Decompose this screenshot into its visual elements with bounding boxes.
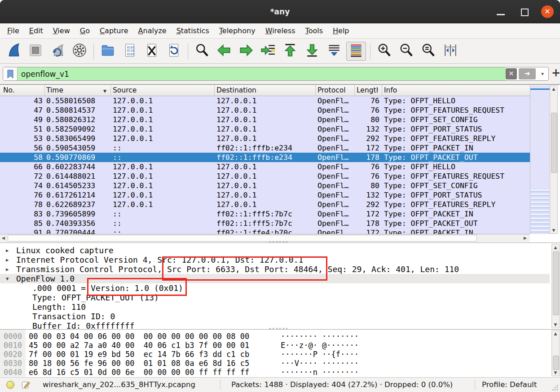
expand-arrow-icon[interactable]: ▸ [6,264,9,274]
column-separator[interactable] [214,85,215,96]
column-header-info[interactable]: Info [384,85,528,96]
hex-dump-pane[interactable]: 000000 00 03 04 00 06 00 00 00 00 00 00 … [0,329,560,377]
detail-row[interactable]: .000 0001 = Version: 1.0 (0x01) [0,283,550,293]
maximize-button[interactable] [521,9,529,16]
packet-list-vscrollbar[interactable]: ▲ ▼ [550,85,558,234]
menu-help[interactable]: Help [328,26,354,35]
normal-size-button[interactable] [419,42,438,61]
column-header-time[interactable]: Time [46,85,105,96]
scroll-right-arrow[interactable]: ▶ [524,236,527,240]
menu-view[interactable]: View [48,26,75,35]
menu-edit[interactable]: Edit [24,26,48,35]
edit-comment-icon[interactable] [22,380,31,389]
go-forward-button[interactable] [236,42,256,61]
scroll-up-arrow[interactable]: ▲ [552,331,559,336]
filter-dropdown-button[interactable]: ▾ [537,67,548,80]
packet-row[interactable]: 850.740393356::ff02::1:fff5:7b7cOpenFl…1… [0,219,530,228]
auto-scroll-button[interactable] [324,42,344,61]
menu-capture[interactable]: Capture [95,26,133,35]
go-last-packet-button[interactable] [302,42,322,61]
column-separator[interactable] [44,85,45,96]
display-filter-input[interactable]: openflow_v1 [18,67,506,80]
expand-arrow-icon[interactable]: ▸ [6,255,9,264]
packet-row[interactable]: 780.622689237127.0.0.1127.0.0.1OpenFl…29… [0,200,530,209]
filter-bookmark-button[interactable] [3,67,18,80]
expand-arrow-icon[interactable]: ▸ [6,246,9,255]
scroll-down-arrow[interactable]: ▼ [552,322,559,327]
capture-file-name[interactable]: wireshark_any_202...635_8HTTyx.pcapng [43,378,195,392]
zoom-out-button[interactable] [397,42,416,61]
packet-row[interactable]: 660.602283744127.0.0.1127.0.0.1OpenFl…76… [0,162,530,172]
column-separator[interactable] [354,85,355,96]
collapse-arrow-icon[interactable]: ▾ [6,274,9,283]
minimize-button[interactable] [497,14,505,15]
filter-add-button[interactable]: + [551,66,560,79]
menu-statistics[interactable]: Statistics [172,26,214,35]
restart-capture-button[interactable] [48,42,67,61]
detail-row[interactable]: Type: OFPT_PACKET_OUT (13) [0,293,550,302]
packet-row[interactable]: 430.558016508127.0.0.1127.0.0.1OpenFl…76… [0,96,530,106]
packet-row[interactable]: 830.739605899::ff02::1:fff5:7b7cOpenFl…1… [0,209,530,219]
resize-columns-button[interactable] [441,42,460,61]
menu-analyze[interactable]: Analyze [133,26,172,35]
detail-row[interactable]: ▸Linux cooked capture [0,246,550,255]
scroll-thumb[interactable] [553,356,559,370]
filter-apply-button[interactable]: ➜ [519,68,536,79]
menu-tools[interactable]: Tools [300,26,328,35]
start-capture-button[interactable] [4,42,23,61]
go-to-packet-button[interactable] [258,42,278,61]
column-header-length[interactable]: Length [357,85,378,96]
capture-options-button[interactable] [70,42,89,61]
colorize-button[interactable] [346,42,366,61]
filter-clear-button[interactable]: ✕ [506,68,517,79]
packet-row[interactable]: 910.770700444::ff02::1:ffe4:b70cOpenFl…1… [0,228,530,234]
packet-row[interactable]: 720.614488021127.0.0.1127.0.0.1OpenFl…76… [0,172,530,181]
menu-go[interactable]: Go [75,26,95,35]
packet-row[interactable]: 760.617261214127.0.0.1127.0.0.1OpenFl…13… [0,190,530,200]
column-separator[interactable] [315,85,316,96]
detail-row[interactable]: Length: 110 [0,302,550,312]
packet-list-hscrollbar[interactable]: ◀ ▶ [0,234,530,242]
close-file-button[interactable] [142,42,162,61]
reload-file-button[interactable] [164,42,184,61]
profile-label[interactable]: Profile: Default [482,378,537,392]
scroll-down-arrow[interactable]: ▼ [550,228,557,233]
go-first-packet-button[interactable] [280,42,300,61]
packet-row[interactable]: 470.580814537127.0.0.1127.0.0.1OpenFl…76… [0,106,530,115]
column-header-destination[interactable]: Destination [216,85,313,96]
scroll-thumb[interactable] [553,251,559,315]
go-back-button[interactable] [214,42,234,61]
zoom-in-button[interactable] [375,42,394,61]
menu-wireless[interactable]: Wireless [260,26,300,35]
scroll-down-arrow[interactable]: ▼ [552,370,559,375]
packet-list-minimap[interactable] [530,85,550,234]
menu-telephony[interactable]: Telephony [214,26,260,35]
close-button[interactable]: ✕ [541,5,554,18]
column-separator[interactable] [110,85,111,96]
hscroll-thumb[interactable] [8,235,477,242]
scroll-up-arrow[interactable]: ▲ [552,245,559,250]
save-file-button[interactable]: 010101100101 [120,42,140,61]
resize-grip[interactable] [552,385,559,391]
detail-row[interactable]: Transaction ID: 0 [0,312,550,321]
scroll-left-arrow[interactable]: ◀ [2,236,5,240]
packet-row[interactable]: 740.614505233127.0.0.1127.0.0.1OpenFl…80… [0,181,530,190]
expert-info-icon[interactable] [6,381,14,389]
open-file-button[interactable] [98,42,118,61]
column-header-source[interactable]: Source [113,85,212,96]
packet-row[interactable]: 490.580826312127.0.0.1127.0.0.1OpenFl…80… [0,115,530,124]
scroll-up-arrow[interactable]: ▲ [550,87,557,91]
column-separator[interactable] [382,85,382,96]
column-header-protocol[interactable]: Protocol [317,85,353,96]
find-packet-button[interactable] [192,42,212,61]
packet-row[interactable]: 580.590770869::ff02::1:fffb:e234OpenFl…1… [0,153,530,162]
packet-row[interactable]: 560.590543059::ff02::1:fffb:e234OpenFl…1… [0,143,530,153]
title-bar[interactable]: *any ✕ [0,0,560,23]
scroll-thumb[interactable] [551,113,557,173]
stop-capture-button[interactable] [26,42,45,61]
hex-vscrollbar[interactable]: ▲ ▼ [551,330,560,376]
column-header-no[interactable]: No. [3,85,43,96]
packet-row[interactable]: 530.583065499127.0.0.1127.0.0.1OpenFl…29… [0,134,530,143]
menu-file[interactable]: File [2,26,24,35]
packet-row[interactable]: 510.582509092127.0.0.1127.0.0.1OpenFl…13… [0,124,530,134]
